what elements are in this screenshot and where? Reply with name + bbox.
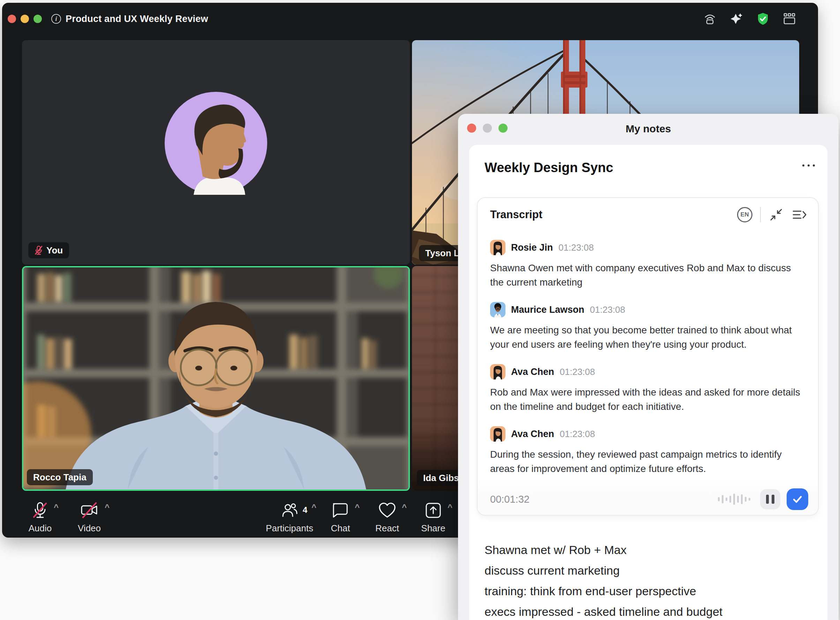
note-line: training: think from end-user perspectiv… xyxy=(484,581,813,602)
chevron-up-icon[interactable]: ^ xyxy=(54,503,58,512)
minimize-button[interactable] xyxy=(21,15,29,23)
participants-icon xyxy=(281,502,298,519)
react-label: React xyxy=(375,523,399,534)
close-button[interactable] xyxy=(8,15,16,23)
speaker-name: Maurice Lawson xyxy=(511,304,584,315)
camera-muted-icon xyxy=(80,502,99,519)
notes-window: My notes Weekly Design Sync Transcript E… xyxy=(458,114,838,620)
audio-waveform-icon xyxy=(718,494,750,505)
speaker-name: Ava Chen xyxy=(511,429,554,439)
tile-label-text: Rocco Tapia xyxy=(33,472,87,483)
elapsed-time: 00:01:32 xyxy=(490,494,718,505)
shield-check-icon[interactable] xyxy=(755,11,771,27)
name-label-you: You xyxy=(28,242,69,258)
participants-label: Participants xyxy=(266,523,313,534)
audio-label: Audio xyxy=(28,523,52,534)
desktop: i Product and UX Weekly Review xyxy=(0,0,840,620)
transcript-header: Transcript EN xyxy=(477,198,818,232)
cast-icon[interactable] xyxy=(702,11,717,27)
check-icon xyxy=(792,493,803,505)
mic-muted-icon xyxy=(32,502,48,519)
transcript-entry: Ava Chen01:23:08Rob and Max were impress… xyxy=(490,364,806,414)
notes-window-title: My notes xyxy=(458,123,838,135)
speaker-avatar xyxy=(490,302,506,318)
chevron-up-icon[interactable]: ^ xyxy=(105,503,110,512)
video-button[interactable]: ^ Video xyxy=(60,502,119,534)
speaker-avatar xyxy=(490,426,506,442)
transcript-text: During the session, they reviewed past c… xyxy=(490,447,806,476)
note-line: execs impressed - asked timeline and bud… xyxy=(484,602,813,620)
transcript-entry: Rosie Jin01:23:08Shawna Owen met with co… xyxy=(490,240,806,289)
transcript-entries: Rosie Jin01:23:08Shawna Owen met with co… xyxy=(477,236,818,488)
divider xyxy=(760,207,761,223)
notes-document: Weekly Design Sync Transcript EN xyxy=(469,145,828,620)
transcript-entry: Ava Chen01:23:08During the session, they… xyxy=(490,426,806,476)
share-label: Share xyxy=(421,523,445,534)
transcript-tools: EN xyxy=(737,207,807,223)
note-text-area[interactable]: Shawna met w/ Rob + Maxdiscuss current m… xyxy=(484,540,813,620)
heart-icon xyxy=(378,502,396,519)
tile-label-text: You xyxy=(46,245,63,256)
transcript-entry: Maurice Lawson01:23:08We are meeting so … xyxy=(490,302,806,352)
speaker-name: Rosie Jin xyxy=(511,242,553,253)
zoom-button[interactable] xyxy=(33,15,42,23)
transcript-card: Transcript EN xyxy=(477,197,819,516)
info-icon[interactable]: i xyxy=(51,14,61,24)
note-line: Shawna met w/ Rob + Max xyxy=(484,540,813,560)
transcript-title: Transcript xyxy=(490,208,737,221)
language-badge[interactable]: EN xyxy=(737,207,753,223)
name-label-rocco: Rocco Tapia xyxy=(27,469,93,485)
transcript-text: Rob and Max were impressed with the idea… xyxy=(490,385,806,414)
video-label: Video xyxy=(78,523,101,534)
timestamp: 01:23:08 xyxy=(560,367,595,378)
mic-muted-icon xyxy=(34,245,43,255)
meeting-titlebar: i Product and UX Weekly Review xyxy=(2,3,818,35)
titlebar-actions xyxy=(702,11,797,27)
hide-transcript-icon[interactable] xyxy=(792,207,807,223)
share-button[interactable]: ^ Share xyxy=(404,502,463,534)
timestamp: 01:23:08 xyxy=(558,242,594,253)
participants-count: 4 xyxy=(303,505,308,515)
more-options-icon[interactable] xyxy=(802,164,815,167)
notes-titlebar: My notes xyxy=(458,114,838,145)
confirm-button[interactable] xyxy=(787,488,808,510)
speaker-avatar xyxy=(490,364,506,379)
app-windows-icon[interactable] xyxy=(782,11,797,27)
transcript-text: We are meeting so that you become better… xyxy=(490,323,806,352)
chevron-up-icon[interactable]: ^ xyxy=(447,503,453,512)
note-line: discuss current marketing xyxy=(484,560,813,581)
timestamp: 01:23:08 xyxy=(590,304,625,315)
collapse-icon[interactable] xyxy=(768,207,784,223)
rocco-person xyxy=(23,268,408,489)
chat-label: Chat xyxy=(331,523,350,534)
pause-button[interactable] xyxy=(760,489,780,509)
share-screen-icon xyxy=(424,502,442,519)
transcript-footer: 00:01:32 xyxy=(477,480,818,515)
sparkle-icon[interactable] xyxy=(729,11,744,27)
transcript-text: Shawna Owen met with company executives … xyxy=(490,261,806,289)
speaker-avatar xyxy=(490,240,506,255)
meeting-title: Product and UX Weekly Review xyxy=(66,14,208,24)
timestamp: 01:23:08 xyxy=(560,429,595,439)
participants-button[interactable]: 4 ^ Participants xyxy=(260,502,319,534)
chat-icon xyxy=(332,502,349,519)
video-tile-you[interactable]: You xyxy=(22,40,410,265)
video-tile-rocco[interactable]: Rocco Tapia xyxy=(22,266,410,491)
document-title: Weekly Design Sync xyxy=(484,160,613,175)
you-avatar-video xyxy=(22,40,410,265)
speaker-name: Ava Chen xyxy=(511,367,554,378)
